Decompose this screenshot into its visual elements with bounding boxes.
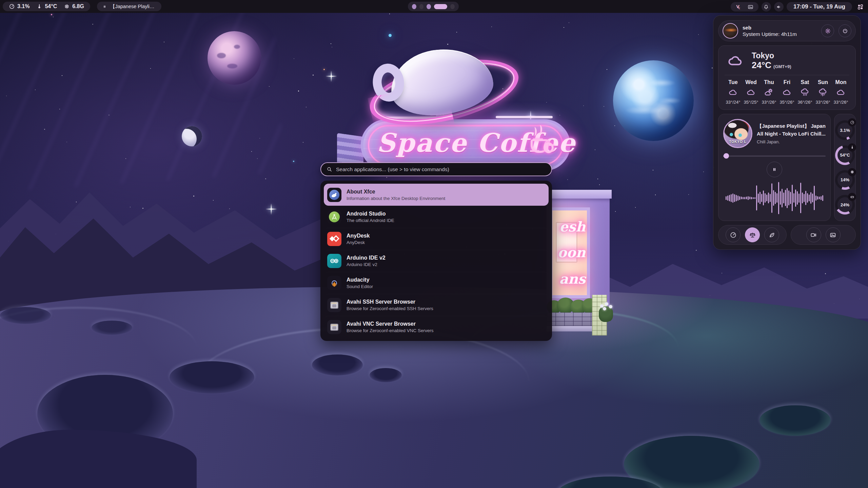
seek-handle[interactable] — [724, 153, 729, 159]
volume-button[interactable] — [774, 2, 784, 12]
app-row-audacity[interactable]: Audacity Sound Editor — [324, 272, 549, 294]
forecast-day: Sun 33°/26° — [814, 79, 831, 105]
arduino-icon — [327, 254, 341, 268]
earth — [613, 60, 694, 141]
weather-city: Tokyo — [752, 51, 791, 60]
sign-text: Space Coffee — [377, 128, 536, 158]
top-bar: 3.1% 54°C 6.8G 【Japanese Playlist】 J... — [0, 0, 868, 13]
tray-image-icon[interactable] — [747, 4, 754, 10]
visualizer — [723, 180, 826, 216]
flower-pot — [598, 302, 614, 322]
forecast-day: Wed 35°/25° — [743, 79, 760, 105]
divider — [725, 75, 849, 75]
xfce-icon — [327, 188, 341, 202]
workspace-dot-3[interactable] — [427, 4, 431, 9]
app-row-android-studio[interactable]: Android Studio The official Android IDE — [324, 206, 549, 228]
power-button[interactable] — [839, 24, 851, 37]
app-name: Avahi VNC Server Browser — [347, 321, 434, 327]
avatar — [723, 23, 738, 39]
window-neon-line1: esh — [559, 220, 586, 233]
memory-stat: 6.8G — [64, 3, 84, 9]
disk-icon — [850, 195, 854, 199]
weather-timezone: (GMT+9) — [773, 64, 791, 69]
app-name: About Xfce — [347, 189, 445, 195]
settings-button[interactable] — [821, 24, 834, 37]
forecast-day: Thu 33°/26° — [761, 79, 777, 105]
overview-button[interactable] — [855, 2, 865, 12]
track-title-line2: All Night - Tokyo LoFi Chill... — [757, 130, 826, 137]
sign-light-right — [496, 116, 553, 118]
app-row-arduino[interactable]: Arduino IDE v2 Arduino IDE v2 — [324, 250, 549, 272]
network-jack-icon — [327, 298, 341, 312]
temp-gauge: 54°C — [835, 145, 855, 165]
tray-app-icon[interactable]: Vc — [735, 4, 742, 10]
username: seb — [743, 25, 817, 30]
dashboard-panel: seb System Uptime: 4h11m Tokyo 24°C(GMT+… — [713, 15, 861, 250]
thermometer-icon — [850, 145, 854, 149]
clock[interactable]: 17:09 - Tue, 19 Aug — [787, 2, 852, 12]
track-title-line1: 【Japanese Playlist】 Japan — [757, 123, 826, 129]
screenshot-button[interactable] — [826, 227, 841, 242]
small-moon — [182, 126, 202, 146]
album-art: TOKYO L — [723, 119, 752, 148]
powersave-mode-button[interactable] — [764, 227, 779, 242]
forecast-row: Tue 33°/24° Wed 35°/25° Thu 33°/26° Fri — [725, 79, 849, 105]
cloud-icon — [835, 88, 846, 97]
workspace-dot-5[interactable] — [450, 4, 455, 9]
forecast-day: Mon 33°/26° — [832, 79, 849, 105]
gauge-icon — [9, 3, 15, 9]
workspace-dot-1[interactable] — [412, 4, 416, 9]
weather-temp: 24°C — [752, 60, 771, 70]
speaker-icon — [776, 4, 782, 10]
app-name: Avahi SSH Server Browser — [347, 299, 433, 305]
cloud-icon — [728, 88, 738, 97]
cafe-window: esh oon ans — [549, 207, 590, 298]
app-name: AnyDesk — [347, 233, 370, 239]
app-description: Arduino IDE v2 — [347, 262, 386, 267]
cpu-gauge: 3.1% — [835, 120, 855, 140]
screen-record-button[interactable] — [806, 227, 821, 242]
network-jack-icon — [327, 320, 341, 334]
performance-mode-button[interactable] — [726, 227, 741, 242]
memory-value: 6.8G — [72, 3, 84, 9]
system-gauges-card: 3.1% 54°C 14% 24% — [834, 114, 856, 221]
top-bar-right: Vc 17:09 - Tue, 19 Aug — [731, 2, 865, 12]
workspace-dot-2[interactable] — [419, 4, 424, 9]
balanced-mode-button[interactable] — [745, 227, 760, 242]
user-card: seb System Uptime: 4h11m — [718, 20, 856, 41]
app-description: Sound Editor — [347, 284, 373, 289]
leaf-icon — [768, 231, 775, 239]
gauge-icon — [850, 120, 854, 125]
temperature-stat: 54°C — [36, 3, 57, 9]
brick-planter — [547, 312, 598, 326]
workspace-indicator — [408, 2, 459, 11]
search-icon — [327, 166, 332, 172]
workspace-dot-4[interactable] — [434, 4, 447, 9]
play-pause-button[interactable] — [767, 162, 782, 177]
now-playing-label: 【Japanese Playlist】 J... — [110, 3, 156, 10]
search-input[interactable] — [336, 166, 546, 172]
app-row-avahi-vnc[interactable]: Avahi VNC Server Browser Browse for Zero… — [324, 316, 549, 338]
app-description: Information about the Xfce Desktop Envir… — [347, 196, 445, 201]
uptime-label: System Uptime: 4h11m — [743, 31, 817, 37]
launcher-search-bar[interactable] — [320, 162, 552, 176]
cloud-rain-icon — [800, 88, 810, 97]
app-row-about-xfce[interactable]: About Xfce Information about the Xfce De… — [324, 184, 549, 206]
pause-icon — [102, 4, 107, 9]
app-row-anydesk[interactable]: AnyDesk AnyDesk — [324, 228, 549, 250]
cafe-storefront: esh oon ans — [547, 190, 610, 322]
app-description: The official Android IDE — [347, 218, 394, 223]
android-studio-icon — [327, 210, 341, 224]
forecast-day: Fri 35°/26° — [778, 79, 795, 105]
clock-text: 17:09 - Tue, 19 Aug — [793, 3, 845, 10]
notifications-button[interactable] — [762, 2, 771, 12]
camera-icon — [810, 231, 817, 239]
seek-bar[interactable] — [723, 153, 826, 159]
weather-card: Tokyo 24°C(GMT+9) Tue 33°/24° Wed 35°/25… — [718, 45, 856, 110]
app-row-avahi-ssh[interactable]: Avahi SSH Server Browser Browse for Zero… — [324, 294, 549, 316]
power-icon — [842, 28, 848, 34]
pause-icon — [771, 166, 777, 172]
image-icon — [829, 231, 836, 239]
now-playing-pill[interactable]: 【Japanese Playlist】 J... — [97, 2, 161, 11]
cpu-usage-value: 3.1% — [17, 3, 29, 9]
